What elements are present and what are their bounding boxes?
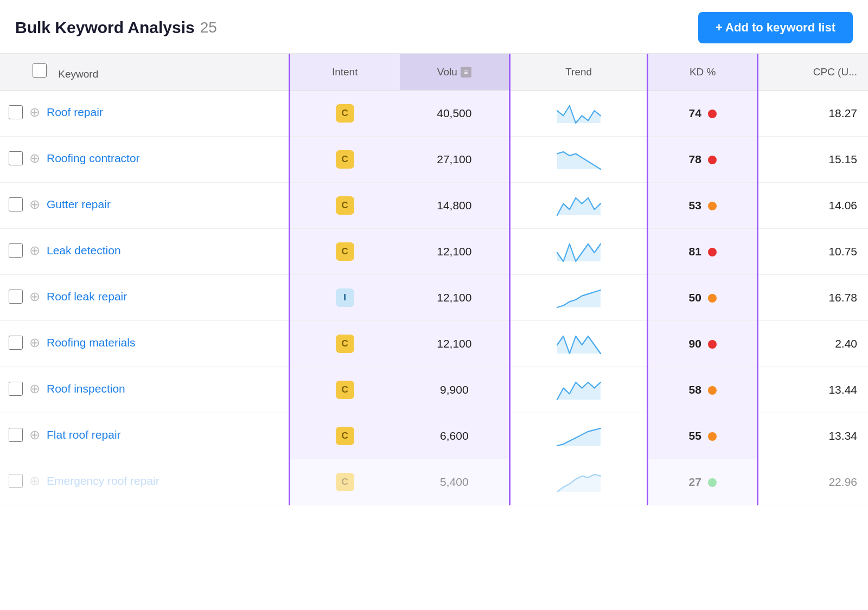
kd-cell: 55 [648, 413, 758, 459]
kd-dot [708, 386, 717, 395]
select-all-checkbox[interactable] [33, 63, 47, 78]
volume-cell: 6,600 [400, 413, 510, 459]
intent-badge: C [336, 473, 354, 491]
add-circle-icon[interactable]: ⊕ [29, 289, 40, 304]
svg-marker-1 [557, 152, 601, 169]
table-header-row: Keyword Intent Volu ≡ Trend [0, 54, 868, 91]
add-circle-icon[interactable]: ⊕ [29, 151, 40, 166]
kd-cell: 53 [648, 183, 758, 229]
row-checkbox[interactable] [9, 105, 23, 119]
intent-badge: I [336, 288, 354, 307]
keyword-cell: ⊕ Roof leak repair [0, 275, 289, 318]
keyword-count: 25 [200, 19, 217, 36]
col-header-kd: KD % [648, 54, 758, 91]
kd-dot [708, 110, 717, 118]
keyword-link[interactable]: Leak detection [47, 244, 121, 257]
add-circle-icon[interactable]: ⊕ [29, 197, 40, 212]
intent-cell: C [289, 367, 399, 413]
keyword-link[interactable]: Roof leak repair [47, 290, 127, 303]
cpc-cell: 2.40 [758, 321, 868, 367]
trend-cell [510, 321, 648, 367]
volume-cell: 5,400 [400, 459, 510, 505]
keyword-link[interactable]: Roofing contractor [47, 152, 140, 165]
keyword-link[interactable]: Gutter repair [47, 198, 111, 211]
keyword-link[interactable]: Roof inspection [47, 382, 125, 395]
keyword-link[interactable]: Roofing materials [47, 336, 135, 349]
kd-cell: 78 [648, 137, 758, 183]
row-checkbox[interactable] [9, 151, 23, 165]
trend-cell [510, 91, 648, 137]
add-circle-icon[interactable]: ⊕ [29, 243, 40, 258]
kd-dot [708, 478, 717, 487]
add-to-keyword-list-button[interactable]: + Add to keyword list [698, 12, 853, 43]
vol-header-inner: Volu ≡ [409, 66, 501, 78]
kd-cell: 50 [648, 275, 758, 321]
keyword-cell: ⊕ Roofing materials [0, 321, 289, 364]
intent-badge: C [336, 104, 354, 123]
keyword-cell: ⊕ Roofing contractor [0, 137, 289, 180]
keyword-link[interactable]: Flat roof repair [47, 428, 121, 441]
add-circle-icon[interactable]: ⊕ [29, 473, 40, 489]
row-checkbox[interactable] [9, 474, 23, 488]
keyword-cell: ⊕ Flat roof repair [0, 413, 289, 457]
intent-cell: C [289, 459, 399, 505]
row-checkbox[interactable] [9, 290, 23, 304]
app-container: Bulk Keyword Analysis 25 + Add to keywor… [0, 0, 868, 505]
trend-cell [510, 183, 648, 229]
volume-cell: 12,100 [400, 275, 510, 321]
add-circle-icon[interactable]: ⊕ [29, 381, 40, 396]
volume-cell: 12,100 [400, 229, 510, 275]
kd-cell: 90 [648, 321, 758, 367]
row-checkbox[interactable] [9, 336, 23, 350]
table-row: ⊕ Flat roof repair C 6,600 55 13.34 [0, 413, 868, 459]
add-circle-icon[interactable]: ⊕ [29, 427, 40, 442]
intent-badge: C [336, 381, 354, 399]
keyword-link[interactable]: Emergency roof repair [47, 474, 159, 487]
kd-dot [708, 248, 717, 256]
cpc-cell: 16.78 [758, 275, 868, 321]
table-row: ⊕ Roof inspection C 9,900 58 13.44 [0, 367, 868, 413]
table-row: ⊕ Roofing materials C 12,100 90 2.40 [0, 321, 868, 367]
keyword-cell: ⊕ Emergency roof repair [0, 459, 289, 503]
intent-badge: C [336, 196, 354, 215]
kd-cell: 74 [648, 91, 758, 137]
cpc-cell: 13.34 [758, 413, 868, 459]
keyword-cell: ⊕ Leak detection [0, 229, 289, 272]
volume-cell: 27,100 [400, 137, 510, 183]
kd-dot [708, 156, 717, 164]
volume-cell: 12,100 [400, 321, 510, 367]
table-row: ⊕ Emergency roof repair C 5,400 27 22.96 [0, 459, 868, 505]
add-circle-icon[interactable]: ⊕ [29, 335, 40, 350]
kd-cell: 58 [648, 367, 758, 413]
intent-cell: I [289, 275, 399, 321]
intent-cell: C [289, 91, 399, 137]
page-header: Bulk Keyword Analysis 25 + Add to keywor… [0, 0, 868, 54]
volume-cell: 14,800 [400, 183, 510, 229]
row-checkbox[interactable] [9, 428, 23, 442]
intent-cell: C [289, 413, 399, 459]
trend-cell [510, 229, 648, 275]
row-checkbox[interactable] [9, 197, 23, 211]
intent-badge: C [336, 335, 354, 353]
table-row: ⊕ Leak detection C 12,100 81 10.75 [0, 229, 868, 275]
keyword-cell: ⊕ Roof inspection [0, 367, 289, 410]
intent-badge: C [336, 427, 354, 445]
cpc-cell: 15.15 [758, 137, 868, 183]
col-kd-label: KD % [690, 66, 716, 78]
cpc-cell: 18.27 [758, 91, 868, 137]
row-checkbox[interactable] [9, 382, 23, 396]
cpc-cell: 10.75 [758, 229, 868, 275]
volume-cell: 40,500 [400, 91, 510, 137]
table-row: ⊕ Roof leak repair I 12,100 50 16.78 [0, 275, 868, 321]
intent-badge: C [336, 242, 354, 261]
page-title: Bulk Keyword Analysis 25 [15, 18, 217, 37]
add-circle-icon[interactable]: ⊕ [29, 105, 40, 120]
trend-cell [510, 413, 648, 459]
intent-badge: C [336, 150, 354, 169]
col-header-volume[interactable]: Volu ≡ [400, 54, 510, 91]
row-checkbox[interactable] [9, 243, 23, 258]
keyword-link[interactable]: Roof repair [47, 106, 103, 119]
keyword-cell: ⊕ Gutter repair [0, 183, 289, 226]
trend-cell [510, 459, 648, 505]
sort-icon: ≡ [461, 67, 471, 78]
